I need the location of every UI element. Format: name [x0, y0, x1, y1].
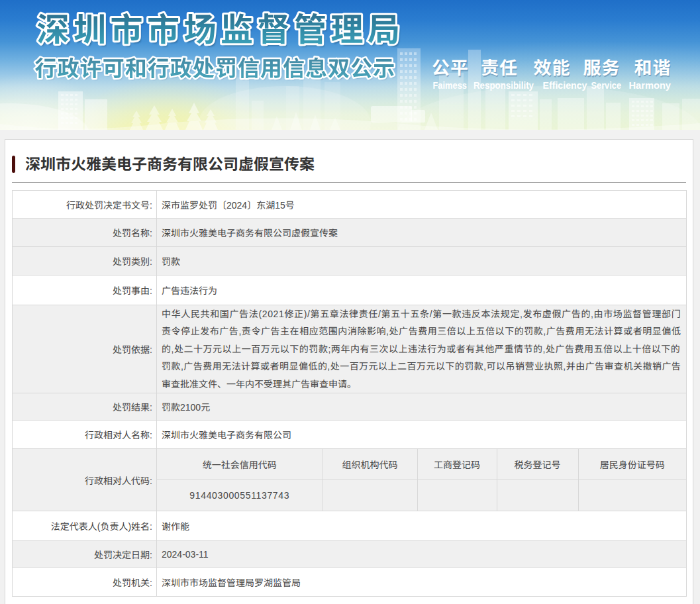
svg-text:效能: 效能: [534, 54, 570, 79]
svg-text:服务: 服务: [583, 54, 620, 79]
svg-text:Faimess: Faimess: [433, 80, 468, 91]
svg-text:Service: Service: [591, 80, 622, 91]
svg-text:Efficiency: Efficiency: [543, 80, 587, 91]
svg-text:Harmony: Harmony: [629, 80, 672, 91]
svg-text:深圳市市场监督管理局: 深圳市市场监督管理局: [37, 3, 405, 50]
svg-text:公平: 公平: [432, 54, 468, 79]
svg-text:Responsibility: Responsibility: [474, 80, 534, 91]
svg-text:行政许可和行政处罚信用信息双公示: 行政许可和行政处罚信用信息双公示: [35, 51, 396, 83]
svg-text:和谐: 和谐: [634, 54, 671, 79]
svg-text:责任: 责任: [481, 54, 517, 79]
